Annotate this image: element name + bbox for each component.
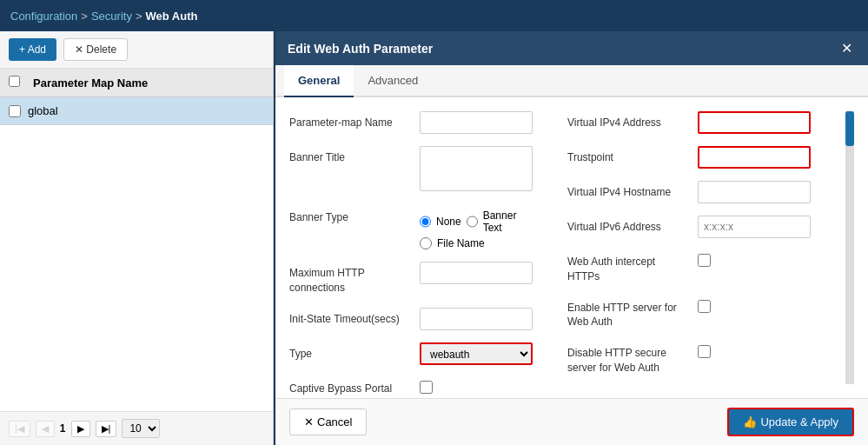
virtual-ipv6-control xyxy=(698,216,811,238)
virtual-ipv4-row: Virtual IPv4 Address 192.0.2.1 xyxy=(567,111,811,134)
trustpoint-label: Trustpoint xyxy=(567,146,689,165)
cancel-label: Cancel xyxy=(317,415,352,428)
radio-banner-text[interactable] xyxy=(467,216,478,228)
dialog-panel: Edit Web Auth Parameter ✕ General Advanc… xyxy=(274,31,868,445)
nav-current: Web Auth xyxy=(145,10,197,23)
param-map-input[interactable]: global xyxy=(420,111,533,134)
dialog-header: Edit Web Auth Parameter ✕ xyxy=(275,31,868,65)
page-number: 1 xyxy=(60,422,66,435)
virtual-ipv4-hostname-label: Virtual IPv4 Hostname xyxy=(567,181,689,200)
type-select[interactable]: webauth consent webconsent xyxy=(420,342,533,365)
trustpoint-input[interactable]: TP-self-signed-9474... xyxy=(698,146,811,169)
enable-http-checkbox[interactable] xyxy=(698,300,711,313)
update-apply-icon: 👍 xyxy=(743,415,757,428)
virtual-ipv4-control: 192.0.2.1 xyxy=(698,111,811,134)
pagination: |◀ ◀ 1 ▶ ▶| 10 25 50 xyxy=(0,411,273,445)
prev-page-button[interactable]: ◀ xyxy=(36,421,55,437)
banner-type-control: None Banner Text File Name xyxy=(420,206,533,249)
row-checkbox[interactable] xyxy=(9,105,21,117)
enable-http-label: Enable HTTP server for Web Auth xyxy=(567,296,689,330)
next-page-button[interactable]: ▶ xyxy=(71,421,90,437)
captive-bypass-checkbox[interactable] xyxy=(420,381,433,394)
param-map-control: global xyxy=(420,111,533,134)
init-state-row: Init-State Timeout(secs) 120 xyxy=(289,308,533,330)
max-http-row: Maximum HTTP connections 100 xyxy=(289,262,533,296)
max-http-control: 100 xyxy=(420,262,533,284)
dialog-body: Parameter-map Name global Banner Title B… xyxy=(275,97,868,398)
max-http-input[interactable]: 100 xyxy=(420,262,533,284)
cancel-icon: ✕ xyxy=(304,415,314,428)
banner-title-textarea[interactable] xyxy=(420,146,533,191)
last-page-button[interactable]: ▶| xyxy=(96,421,117,437)
virtual-ipv4-hostname-control xyxy=(698,181,811,203)
virtual-ipv4-hostname-row: Virtual IPv4 Hostname xyxy=(567,181,811,203)
table-row[interactable]: global xyxy=(0,97,273,125)
table-header: Parameter Map Name xyxy=(0,69,273,97)
trustpoint-row: Trustpoint TP-self-signed-9474... xyxy=(567,146,811,169)
web-auth-intercept-label: Web Auth intercept HTTPs xyxy=(567,250,689,284)
form-col-left: Parameter-map Name global Banner Title B… xyxy=(289,111,533,384)
radio-none[interactable] xyxy=(420,216,431,228)
scrollbar[interactable] xyxy=(845,111,854,384)
type-row: Type webauth consent webconsent xyxy=(289,342,533,365)
left-panel: + Add ✕ Delete Parameter Map Name global… xyxy=(0,31,274,445)
add-button[interactable]: + Add xyxy=(9,38,56,61)
init-state-label: Init-State Timeout(secs) xyxy=(289,308,411,327)
max-http-label: Maximum HTTP connections xyxy=(289,262,411,296)
banner-title-control xyxy=(420,146,533,194)
top-nav: Configuration > Security > Web Auth xyxy=(0,0,868,31)
nav-chevron-1: > xyxy=(81,10,88,23)
trustpoint-control: TP-self-signed-9474... xyxy=(698,146,811,169)
radio-banner-text-label: Banner Text xyxy=(483,209,533,234)
nav-security[interactable]: Security xyxy=(91,10,132,23)
param-map-label: Parameter-map Name xyxy=(289,111,411,130)
disable-http-secure-control xyxy=(698,342,811,358)
left-toolbar: + Add ✕ Delete xyxy=(0,31,273,69)
tab-general[interactable]: General xyxy=(284,65,354,97)
update-apply-button[interactable]: 👍 Update & Apply xyxy=(727,408,854,436)
row-name: global xyxy=(28,104,58,117)
per-page-select[interactable]: 10 25 50 xyxy=(122,419,160,438)
dialog-tabs: General Advanced xyxy=(275,65,868,97)
first-page-button[interactable]: |◀ xyxy=(9,421,30,437)
radio-file-row: File Name xyxy=(420,237,533,249)
web-auth-intercept-checkbox[interactable] xyxy=(698,254,711,267)
banner-type-row: Banner Type None Banner Text File Name xyxy=(289,206,533,249)
banner-title-label: Banner Title xyxy=(289,146,411,165)
radio-file-name-label: File Name xyxy=(437,237,485,249)
dialog-title: Edit Web Auth Parameter xyxy=(288,42,433,56)
virtual-ipv4-label: Virtual IPv4 Address xyxy=(567,111,689,130)
radio-file-name[interactable] xyxy=(420,237,432,249)
form-col-right: Virtual IPv4 Address 192.0.2.1 Trustpoin… xyxy=(567,111,811,384)
table-column-name: Parameter Map Name xyxy=(33,76,148,90)
param-map-row: Parameter-map Name global xyxy=(289,111,533,134)
virtual-ipv6-label: Virtual IPv6 Address xyxy=(567,216,689,235)
virtual-ipv4-input[interactable]: 192.0.2.1 xyxy=(698,111,811,134)
type-label: Type xyxy=(289,342,411,362)
type-control: webauth consent webconsent xyxy=(420,342,533,365)
dialog-footer: ✕ Cancel 👍 Update & Apply xyxy=(275,398,868,445)
delete-button[interactable]: ✕ Delete xyxy=(63,38,128,61)
web-auth-intercept-control xyxy=(698,250,811,267)
init-state-input[interactable]: 120 xyxy=(420,308,533,330)
cancel-button[interactable]: ✕ Cancel xyxy=(289,408,367,435)
nav-configuration[interactable]: Configuration xyxy=(10,10,77,23)
init-state-control: 120 xyxy=(420,308,533,330)
radio-none-row: None Banner Text xyxy=(420,209,533,234)
disable-http-secure-row: Disable HTTP secure server for Web Auth xyxy=(567,342,811,375)
disable-http-secure-label: Disable HTTP secure server for Web Auth xyxy=(567,342,689,375)
web-auth-intercept-row: Web Auth intercept HTTPs xyxy=(567,250,811,284)
enable-http-row: Enable HTTP server for Web Auth xyxy=(567,296,811,330)
dialog-close-button[interactable]: ✕ xyxy=(838,40,856,56)
disable-http-secure-checkbox[interactable] xyxy=(698,345,711,358)
captive-bypass-row: Captive Bypass Portal xyxy=(289,377,533,396)
tab-advanced[interactable]: Advanced xyxy=(354,65,432,97)
scrollbar-thumb[interactable] xyxy=(845,111,854,146)
virtual-ipv6-input[interactable] xyxy=(698,216,811,238)
update-apply-label: Update & Apply xyxy=(760,415,838,428)
radio-none-label: None xyxy=(436,216,461,228)
banner-type-label: Banner Type xyxy=(289,206,411,225)
captive-bypass-label: Captive Bypass Portal xyxy=(289,377,411,396)
select-all-checkbox[interactable] xyxy=(9,76,20,87)
virtual-ipv4-hostname-input[interactable] xyxy=(698,181,811,203)
